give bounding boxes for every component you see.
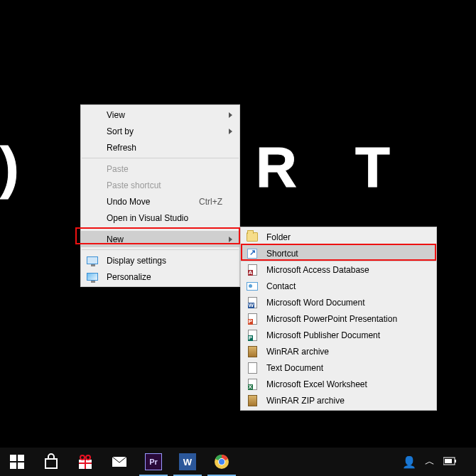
people-icon[interactable]: 👤	[402, 455, 416, 469]
menu-separator	[82, 228, 239, 229]
svg-point-9	[80, 455, 85, 460]
menu-item-refresh[interactable]: Refresh	[81, 139, 239, 156]
context-menu: ViewSort byRefreshPastePaste shortcutUnd…	[80, 104, 240, 287]
svg-rect-8	[79, 463, 92, 464]
submenu-item-label: Folder	[266, 232, 291, 242]
svg-point-10	[86, 455, 90, 460]
doc-icon: W	[247, 297, 258, 308]
submenu-item-microsoft-word-document[interactable]: WMicrosoft Word Document	[241, 294, 436, 310]
submenu-item-winrar-zip-archive[interactable]: WinRAR ZIP archive	[241, 392, 436, 409]
submenu-item-microsoft-publisher-document[interactable]: PMicrosoft Publisher Document	[241, 327, 436, 343]
submenu-item-label: Microsoft Publisher Document	[266, 330, 380, 340]
menu-item-label: Sort by	[107, 126, 134, 136]
svg-rect-1	[18, 455, 24, 461]
menu-item-display-settings[interactable]: Display settings	[81, 252, 239, 269]
wallpaper-text-2: R T	[256, 135, 411, 200]
menu-item-sort-by[interactable]: Sort by	[81, 123, 239, 139]
doc-icon: X	[247, 379, 258, 390]
submenu-item-microsoft-excel-worksheet[interactable]: XMicrosoft Excel Worksheet	[241, 376, 436, 392]
svg-rect-4	[45, 459, 57, 468]
submenu-item-winrar-archive[interactable]: WinRAR archive	[241, 343, 436, 359]
taskbar-start[interactable]	[0, 448, 34, 476]
taskbar-mail[interactable]	[102, 448, 136, 476]
menu-item-label: Undo Move	[107, 197, 150, 207]
folder-icon	[247, 232, 258, 243]
svg-rect-3	[18, 463, 24, 469]
svg-rect-7	[85, 460, 86, 469]
menu-item-label: Open in Visual Studio	[107, 213, 188, 223]
menu-item-label: New	[107, 234, 124, 244]
svg-rect-17	[445, 459, 452, 463]
taskbar-store[interactable]	[34, 448, 68, 476]
svg-rect-16	[455, 460, 456, 463]
menu-item-label: Paste shortcut	[107, 180, 161, 190]
taskbar: PrW 👤 ︿	[0, 448, 476, 476]
submenu-item-label: WinRAR archive	[266, 347, 329, 357]
doc-icon: P	[247, 330, 258, 341]
menu-item-open-in-visual-studio[interactable]: Open in Visual Studio	[81, 210, 239, 226]
tray-chevron-icon[interactable]: ︿	[425, 455, 435, 468]
submenu-item-label: Microsoft Word Document	[266, 298, 365, 308]
menu-item-paste: Paste	[81, 161, 239, 177]
menu-separator	[82, 249, 239, 250]
svg-point-14	[219, 459, 225, 465]
monitor-icon	[87, 255, 98, 266]
shortcut-icon	[247, 248, 258, 259]
taskbar-chrome[interactable]	[205, 448, 239, 476]
taskbar-premiere[interactable]: Pr	[136, 448, 171, 476]
contact-icon	[247, 281, 258, 292]
svg-rect-0	[10, 455, 16, 461]
doc-icon: P	[247, 313, 258, 325]
submenu-item-label: Shortcut	[266, 249, 298, 259]
rar-icon	[247, 395, 258, 406]
menu-separator	[82, 158, 239, 158]
menu-item-label: Display settings	[107, 256, 166, 266]
submenu-item-folder[interactable]: Folder	[241, 229, 436, 245]
menu-item-paste-shortcut: Paste shortcut	[81, 177, 239, 193]
submenu-item-label: WinRAR ZIP archive	[266, 396, 345, 406]
menu-shortcut: Ctrl+Z	[199, 197, 222, 207]
menu-item-view[interactable]: View	[81, 107, 239, 123]
battery-icon[interactable]	[443, 456, 458, 467]
menu-item-label: Refresh	[107, 143, 136, 153]
menu-item-new[interactable]: New	[81, 231, 239, 247]
rar-icon	[247, 346, 258, 357]
submenu-item-label: Microsoft Excel Worksheet	[266, 379, 367, 389]
personalize-icon	[87, 271, 98, 283]
menu-item-undo-move[interactable]: Undo MoveCtrl+Z	[81, 193, 239, 210]
taskbar-gift[interactable]	[68, 448, 102, 476]
taskbar-word[interactable]: W	[171, 448, 205, 476]
submenu-item-text-document[interactable]: Text Document	[241, 359, 436, 376]
context-submenu-new: FolderShortcutAMicrosoft Access Database…	[240, 227, 437, 411]
submenu-item-label: Microsoft PowerPoint Presentation	[266, 314, 397, 324]
submenu-item-microsoft-powerpoint-presentation[interactable]: PMicrosoft PowerPoint Presentation	[241, 310, 436, 327]
submenu-item-contact[interactable]: Contact	[241, 278, 436, 294]
submenu-item-shortcut[interactable]: Shortcut	[241, 245, 436, 261]
menu-item-label: Personalize	[107, 272, 151, 282]
doc-icon	[247, 362, 258, 374]
submenu-item-label: Microsoft Access Database	[266, 265, 369, 275]
menu-item-label: View	[107, 110, 125, 120]
doc-icon: A	[247, 264, 258, 276]
svg-rect-2	[10, 463, 16, 469]
menu-item-personalize[interactable]: Personalize	[81, 269, 239, 285]
menu-item-label: Paste	[107, 164, 129, 174]
submenu-item-label: Text Document	[266, 363, 323, 373]
submenu-item-label: Contact	[266, 281, 296, 291]
submenu-item-microsoft-access-database[interactable]: AMicrosoft Access Database	[241, 261, 436, 278]
